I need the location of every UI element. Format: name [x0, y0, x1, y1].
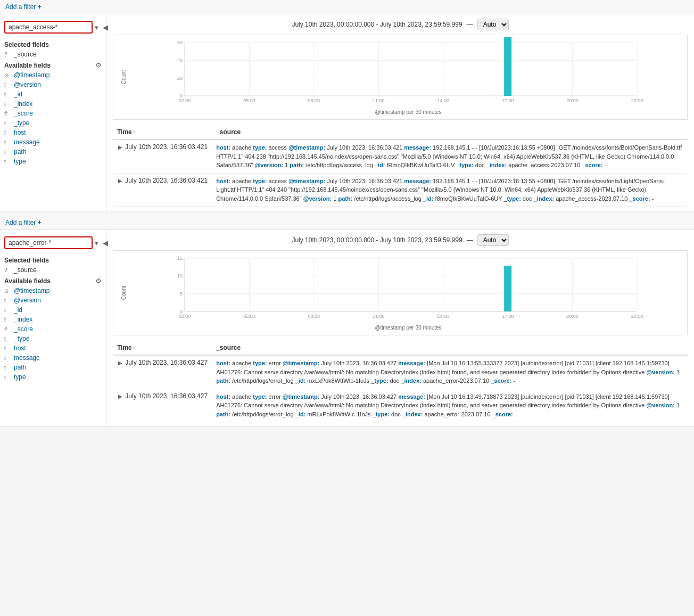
available-field: t _index	[0, 99, 106, 109]
source-cell: host: apache type: error @timestamp: Jul…	[212, 355, 688, 389]
field-name-label[interactable]: type	[14, 158, 26, 165]
gear-icon[interactable]: ⚙	[95, 61, 102, 69]
interval-select[interactable]: Auto	[477, 234, 509, 246]
available-field: t _index	[0, 315, 106, 324]
table-header-row: Time ↑ _source	[113, 125, 688, 139]
expand-button[interactable]: ▶	[117, 393, 123, 399]
svg-text:11:00: 11:00	[373, 98, 385, 103]
add-filter-link[interactable]: Add a filter +	[5, 3, 42, 11]
field-name-label[interactable]: @version	[14, 81, 41, 88]
svg-text:17:00: 17:00	[502, 98, 514, 103]
field-name-label[interactable]: @timestamp	[14, 287, 50, 294]
field-type-indicator: t	[4, 298, 12, 303]
index-input[interactable]	[4, 21, 93, 34]
field-name-label[interactable]: message	[14, 138, 40, 146]
available-fields-header: Available fields ⚙	[0, 275, 106, 286]
time-header-label: Time	[117, 344, 132, 351]
available-fields-header: Available fields ⚙	[0, 59, 106, 70]
results-table: Time ↑ _source ▶ July 10th 2023, 16:	[113, 125, 688, 207]
field-name-label[interactable]: type	[14, 373, 26, 381]
field-name-label[interactable]: _index	[14, 100, 32, 108]
field-type-indicator: ⊙	[4, 288, 12, 294]
field-name-label[interactable]: host	[14, 129, 26, 136]
time-cell: ▶ July 10th 2023, 16:36:03.421	[113, 173, 212, 207]
field-type-indicator: t	[4, 149, 12, 155]
selected-field: ? _source	[0, 265, 106, 275]
index-dropdown-button[interactable]: ▾	[93, 238, 101, 248]
index-selector: ▾ ◀	[0, 19, 106, 36]
field-name-label[interactable]: _id	[14, 306, 22, 314]
field-name-label[interactable]: _id	[14, 91, 22, 98]
svg-text:15: 15	[177, 256, 183, 261]
field-name-label[interactable]: _score	[14, 110, 33, 117]
field-name-label[interactable]: _index	[14, 316, 32, 323]
field-type-indicator: #	[4, 326, 12, 332]
time-column-header[interactable]: Time ↑	[113, 341, 212, 355]
field-name-label[interactable]: path	[14, 364, 26, 371]
available-field: ⊙ @timestamp	[0, 286, 106, 295]
available-field: t _id	[0, 305, 106, 315]
field-type-indicator: t	[4, 92, 12, 97]
panel-body: ▾ ◀ Selected fields ? _source Available …	[0, 230, 694, 426]
expand-button[interactable]: ▶	[117, 144, 123, 150]
source-column-header: _source	[212, 125, 688, 139]
time-column-header[interactable]: Time ↑	[113, 125, 212, 139]
source-cell: host: apache type: access @timestamp: Ju…	[212, 173, 688, 207]
field-name-label[interactable]: _type	[14, 335, 29, 342]
chart-x-label: @timestamp per 30 minutes	[129, 325, 687, 331]
time-header-label: Time	[117, 128, 132, 136]
time-range-label: July 10th 2023, 00:00:00.000 - July 10th…	[292, 21, 462, 28]
field-name-label[interactable]: @version	[14, 297, 41, 304]
index-input[interactable]	[4, 236, 93, 249]
available-field: t path	[0, 147, 106, 157]
svg-text:08:00: 08:00	[308, 314, 320, 319]
time-cell: ▶ July 10th 2023, 16:36:03.427	[113, 355, 212, 389]
gear-icon[interactable]: ⚙	[95, 277, 102, 285]
selected-fields-label: Selected fields	[0, 254, 106, 265]
add-filter-link[interactable]: Add a filter +	[5, 219, 42, 226]
available-field: t _type	[0, 118, 106, 128]
available-field: t message	[0, 353, 106, 363]
available-field: t path	[0, 363, 106, 372]
source-cell: host: apache type: access @timestamp: Ju…	[212, 139, 688, 173]
field-name-label[interactable]: _source	[14, 51, 37, 58]
field-type-indicator: t	[4, 346, 12, 351]
time-range-bar: July 10th 2023, 00:00:00.000 - July 10th…	[113, 234, 688, 246]
field-type-indicator: ?	[4, 267, 12, 273]
field-type-indicator: t	[4, 159, 12, 165]
field-type-indicator: #	[4, 111, 12, 117]
expand-button[interactable]: ▶	[117, 178, 123, 184]
chart-x-label: @timestamp per 30 minutes	[129, 109, 687, 115]
svg-rect-26	[504, 37, 511, 96]
interval-select[interactable]: Auto	[477, 19, 509, 30]
field-type-indicator: t	[4, 317, 12, 323]
index-dropdown-button[interactable]: ▾	[93, 22, 101, 32]
field-name-label[interactable]: _score	[14, 325, 33, 333]
selected-field: ? _source	[0, 50, 106, 59]
field-name-label[interactable]: path	[14, 148, 26, 155]
table-row: ▶ July 10th 2023, 16:36:03.421 host: apa…	[113, 139, 688, 173]
field-type-indicator: t	[4, 374, 12, 380]
field-name-label[interactable]: _type	[14, 119, 29, 127]
available-field: ⊙ @timestamp	[0, 70, 106, 80]
svg-text:05:00: 05:00	[243, 314, 255, 319]
field-type-indicator: ⊙	[4, 72, 12, 78]
field-name-label[interactable]: message	[14, 354, 40, 362]
table-row: ▶ July 10th 2023, 16:36:03.421 host: apa…	[113, 173, 688, 207]
source-column-header: _source	[212, 341, 688, 355]
available-field: t host	[0, 343, 106, 353]
field-name-label[interactable]: @timestamp	[14, 71, 50, 79]
panel-body: ▾ ◀ Selected fields ? _source Available …	[0, 14, 694, 211]
table-row: ▶ July 10th 2023, 16:36:03.427 host: apa…	[113, 355, 688, 389]
plus-icon: +	[38, 3, 42, 11]
field-type-indicator: ?	[4, 52, 12, 58]
time-range-label: July 10th 2023, 00:00:00.000 - July 10th…	[292, 236, 462, 244]
field-type-indicator: t	[4, 101, 12, 107]
field-name-label[interactable]: host	[14, 344, 26, 352]
expand-button[interactable]: ▶	[117, 360, 123, 366]
svg-text:20:00: 20:00	[566, 314, 579, 319]
table-body: ▶ July 10th 2023, 16:36:03.427 host: apa…	[113, 355, 688, 422]
field-name-label[interactable]: _source	[14, 266, 37, 274]
chart-y-label: Count	[121, 70, 127, 85]
svg-text:60: 60	[177, 40, 183, 45]
